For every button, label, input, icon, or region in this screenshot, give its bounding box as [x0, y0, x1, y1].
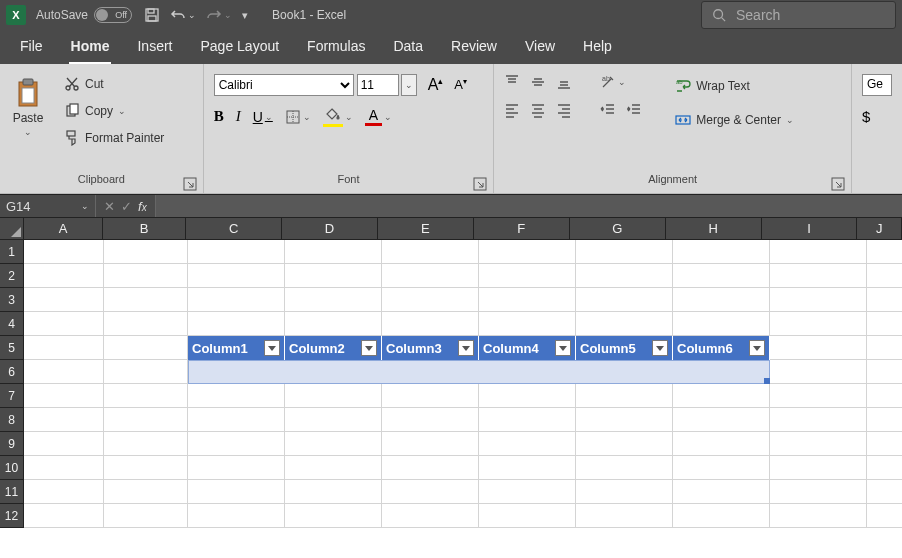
cell[interactable]: [867, 264, 902, 288]
column-header-D[interactable]: D: [282, 218, 378, 240]
cell[interactable]: [673, 408, 770, 432]
dialog-launcher-icon[interactable]: [473, 177, 487, 191]
italic-button[interactable]: I: [236, 108, 241, 125]
name-box[interactable]: G14 ⌄: [0, 195, 96, 217]
dialog-launcher-icon[interactable]: [183, 177, 197, 191]
filter-dropdown-icon[interactable]: [264, 340, 280, 356]
cell[interactable]: [673, 432, 770, 456]
cell[interactable]: [867, 432, 902, 456]
row-header-4[interactable]: 4: [0, 312, 24, 336]
cell[interactable]: [673, 384, 770, 408]
cell[interactable]: [382, 312, 479, 336]
cell[interactable]: [770, 312, 867, 336]
cell[interactable]: [867, 336, 902, 360]
cell[interactable]: [382, 408, 479, 432]
cell[interactable]: [382, 456, 479, 480]
cell[interactable]: [24, 336, 104, 360]
cell[interactable]: [576, 312, 673, 336]
cell[interactable]: [576, 288, 673, 312]
cell[interactable]: [479, 384, 576, 408]
table-header[interactable]: Column4: [479, 336, 576, 360]
cell[interactable]: [285, 384, 382, 408]
font-color-button[interactable]: A⌄: [365, 107, 392, 126]
cell[interactable]: [104, 432, 188, 456]
cell[interactable]: [285, 480, 382, 504]
cell[interactable]: [576, 384, 673, 408]
cell[interactable]: [576, 456, 673, 480]
currency-icon[interactable]: $: [862, 108, 870, 125]
cell[interactable]: [285, 432, 382, 456]
fill-color-button[interactable]: ⌄: [323, 106, 353, 127]
cell[interactable]: [673, 504, 770, 528]
column-header-F[interactable]: F: [474, 218, 570, 240]
cell[interactable]: [104, 456, 188, 480]
tab-view[interactable]: View: [523, 30, 557, 64]
cell[interactable]: [673, 480, 770, 504]
search-box[interactable]: Search: [701, 1, 896, 29]
column-header-I[interactable]: I: [762, 218, 858, 240]
filter-dropdown-icon[interactable]: [555, 340, 571, 356]
cell[interactable]: [24, 384, 104, 408]
tab-review[interactable]: Review: [449, 30, 499, 64]
table-header[interactable]: Column6: [673, 336, 770, 360]
increase-indent-icon[interactable]: [626, 102, 642, 118]
cell[interactable]: [285, 504, 382, 528]
cell[interactable]: [479, 480, 576, 504]
cell[interactable]: [770, 408, 867, 432]
filter-dropdown-icon[interactable]: [458, 340, 474, 356]
cell[interactable]: [867, 480, 902, 504]
cell[interactable]: [188, 408, 285, 432]
cell[interactable]: [24, 504, 104, 528]
cell[interactable]: [382, 504, 479, 528]
cell[interactable]: [24, 312, 104, 336]
cell[interactable]: [285, 408, 382, 432]
cell[interactable]: [382, 384, 479, 408]
cell[interactable]: [188, 384, 285, 408]
cell[interactable]: [285, 312, 382, 336]
cell[interactable]: [673, 240, 770, 264]
row-header-2[interactable]: 2: [0, 264, 24, 288]
align-center-icon[interactable]: [530, 102, 546, 118]
decrease-indent-icon[interactable]: [600, 102, 616, 118]
row-header-7[interactable]: 7: [0, 384, 24, 408]
table-row[interactable]: [188, 360, 770, 384]
number-format-select[interactable]: Ge: [862, 74, 892, 96]
format-painter-button[interactable]: Format Painter: [60, 126, 168, 150]
cell[interactable]: [867, 504, 902, 528]
cell[interactable]: [479, 312, 576, 336]
cell[interactable]: [382, 432, 479, 456]
cell[interactable]: [24, 480, 104, 504]
column-header-C[interactable]: C: [186, 218, 282, 240]
cell[interactable]: [479, 456, 576, 480]
cell[interactable]: [479, 408, 576, 432]
row-header-12[interactable]: 12: [0, 504, 24, 528]
cell[interactable]: [576, 432, 673, 456]
formula-input[interactable]: [156, 195, 902, 217]
column-header-G[interactable]: G: [570, 218, 666, 240]
chevron-down-icon[interactable]: ⌄: [401, 74, 417, 96]
cell[interactable]: [867, 288, 902, 312]
cell[interactable]: [104, 288, 188, 312]
align-left-icon[interactable]: [504, 102, 520, 118]
cell[interactable]: [104, 240, 188, 264]
tab-formulas[interactable]: Formulas: [305, 30, 367, 64]
column-header-E[interactable]: E: [378, 218, 474, 240]
cell[interactable]: [479, 504, 576, 528]
tab-page-layout[interactable]: Page Layout: [198, 30, 281, 64]
cell[interactable]: [104, 336, 188, 360]
cell[interactable]: [382, 264, 479, 288]
align-right-icon[interactable]: [556, 102, 572, 118]
redo-icon[interactable]: ⌄: [206, 7, 232, 23]
tab-file[interactable]: File: [18, 30, 45, 64]
cell[interactable]: [770, 384, 867, 408]
cell[interactable]: [188, 456, 285, 480]
increase-font-icon[interactable]: A▴: [428, 76, 444, 94]
column-header-J[interactable]: J: [857, 218, 902, 240]
cell[interactable]: [770, 432, 867, 456]
cell[interactable]: [24, 288, 104, 312]
column-header-A[interactable]: A: [24, 218, 103, 240]
cell[interactable]: [770, 288, 867, 312]
cell[interactable]: [188, 504, 285, 528]
cell[interactable]: [770, 456, 867, 480]
cell[interactable]: [188, 312, 285, 336]
